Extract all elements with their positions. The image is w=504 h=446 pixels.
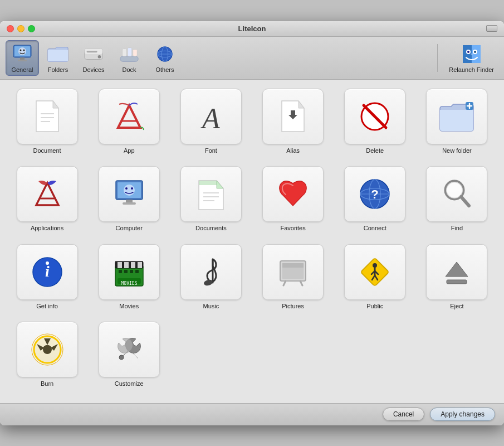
svg-rect-10 bbox=[87, 51, 97, 52]
icon-item-document[interactable]: Document bbox=[9, 89, 85, 161]
svg-rect-72 bbox=[135, 270, 139, 273]
titlebar: LiteIcon bbox=[0, 21, 504, 37]
svg-rect-69 bbox=[119, 270, 122, 273]
svg-rect-21 bbox=[463, 45, 472, 63]
icon-label-burn: Burn bbox=[41, 380, 53, 387]
icon-box-favorites[interactable] bbox=[262, 166, 324, 222]
maximize-button[interactable] bbox=[28, 25, 35, 32]
svg-point-6 bbox=[23, 49, 25, 51]
icon-box-app[interactable] bbox=[99, 89, 160, 144]
icon-label-document: Document bbox=[33, 147, 61, 154]
icon-box-connect[interactable]: ? bbox=[344, 166, 405, 222]
folders-label: Folders bbox=[48, 66, 68, 73]
general-label: General bbox=[11, 66, 33, 73]
close-button[interactable] bbox=[7, 25, 14, 32]
svg-rect-91 bbox=[447, 280, 467, 284]
svg-text:MOVIES: MOVIES bbox=[121, 281, 137, 286]
icon-box-movies[interactable]: MOVIES bbox=[99, 244, 160, 300]
svg-rect-66 bbox=[131, 261, 135, 268]
svg-point-28 bbox=[474, 51, 476, 53]
toolbar-item-devices[interactable]: Devices bbox=[77, 41, 110, 75]
icon-box-new-folder[interactable] bbox=[426, 89, 487, 144]
icon-label-computer: Computer bbox=[116, 225, 143, 231]
icon-box-get-info[interactable]: i bbox=[17, 244, 78, 300]
svg-rect-64 bbox=[118, 261, 122, 268]
icon-label-movies: Movies bbox=[119, 303, 139, 309]
svg-point-95 bbox=[33, 335, 62, 364]
icon-label-documents: Documents bbox=[195, 225, 227, 231]
icon-label-app: App bbox=[124, 147, 135, 154]
svg-rect-65 bbox=[124, 261, 129, 268]
icon-box-delete[interactable] bbox=[344, 89, 405, 144]
icon-box-music[interactable] bbox=[180, 244, 242, 300]
toolbar-item-dock[interactable]: Dock bbox=[112, 41, 146, 75]
icon-item-pictures[interactable]: Pictures bbox=[255, 244, 331, 317]
window-title: LiteIcon bbox=[238, 25, 266, 33]
icon-label-get-info: Get info bbox=[36, 303, 58, 309]
others-icon bbox=[154, 43, 176, 65]
svg-text:?: ? bbox=[371, 187, 379, 201]
svg-point-44 bbox=[131, 187, 133, 190]
window-resize-indicator bbox=[486, 25, 497, 32]
icon-box-applications[interactable] bbox=[17, 166, 78, 222]
icon-box-public[interactable] bbox=[344, 244, 405, 300]
icon-box-computer[interactable] bbox=[99, 166, 160, 222]
icon-item-favorites[interactable]: Favorites bbox=[255, 166, 331, 239]
icon-box-documents[interactable] bbox=[180, 166, 242, 222]
svg-point-76 bbox=[203, 279, 213, 287]
icon-label-music: Music bbox=[203, 303, 219, 309]
cancel-button[interactable]: Cancel bbox=[383, 408, 424, 421]
svg-text:i: i bbox=[45, 263, 50, 280]
icon-box-customize[interactable] bbox=[99, 322, 160, 377]
toolbar-item-others[interactable]: Others bbox=[148, 41, 182, 75]
icon-item-music[interactable]: Music bbox=[173, 244, 249, 317]
relaunch-finder-button[interactable]: Relaunch Finder bbox=[444, 41, 498, 75]
icon-item-customize[interactable]: Customize bbox=[91, 322, 167, 394]
icon-label-pictures: Pictures bbox=[282, 303, 304, 309]
icon-box-find[interactable] bbox=[426, 166, 487, 222]
icon-label-new-folder: New folder bbox=[442, 147, 472, 154]
svg-point-5 bbox=[20, 49, 22, 51]
main-window: LiteIcon Genera bbox=[0, 21, 504, 425]
svg-point-96 bbox=[119, 355, 124, 360]
general-icon bbox=[11, 43, 33, 65]
icon-box-document[interactable] bbox=[17, 89, 78, 144]
icon-item-movies[interactable]: MOVIES Movies bbox=[91, 244, 167, 317]
svg-rect-71 bbox=[130, 270, 133, 273]
devices-icon bbox=[82, 43, 105, 65]
icon-item-alias[interactable]: Alias bbox=[255, 89, 331, 161]
icon-item-applications[interactable]: Applications bbox=[9, 166, 85, 239]
icon-item-documents[interactable]: Documents bbox=[173, 166, 249, 239]
icon-item-new-folder[interactable]: New folder bbox=[419, 89, 495, 161]
icon-box-font[interactable]: A bbox=[180, 89, 242, 144]
svg-rect-11 bbox=[120, 56, 138, 61]
icon-box-alias[interactable] bbox=[262, 89, 324, 144]
folders-icon bbox=[47, 43, 69, 65]
icon-box-burn[interactable] bbox=[17, 322, 78, 377]
icon-item-eject[interactable]: Eject bbox=[419, 244, 495, 317]
icon-item-app[interactable]: App bbox=[91, 89, 167, 161]
icon-box-pictures[interactable] bbox=[262, 244, 324, 300]
dock-icon bbox=[118, 43, 140, 65]
icon-item-font[interactable]: A Font bbox=[173, 89, 249, 161]
svg-point-61 bbox=[46, 261, 49, 265]
icon-item-get-info[interactable]: i Get info bbox=[9, 244, 85, 317]
minimize-button[interactable] bbox=[17, 25, 25, 32]
toolbar-item-general[interactable]: General bbox=[6, 40, 39, 76]
icon-label-font: Font bbox=[205, 147, 217, 154]
icon-item-connect[interactable]: ? Connect bbox=[337, 166, 413, 239]
toolbar-item-folders[interactable]: Folders bbox=[41, 41, 75, 75]
icon-label-public: Public bbox=[366, 303, 383, 309]
apply-changes-button[interactable]: Apply changes bbox=[430, 408, 495, 421]
icon-item-public[interactable]: Public bbox=[337, 244, 413, 317]
svg-rect-46 bbox=[123, 202, 136, 205]
icon-item-burn[interactable]: Burn bbox=[9, 322, 85, 394]
icon-item-delete[interactable]: Delete bbox=[337, 89, 413, 161]
icon-box-eject[interactable] bbox=[426, 244, 487, 300]
svg-rect-3 bbox=[18, 60, 27, 61]
icon-item-computer[interactable]: Computer bbox=[91, 166, 167, 239]
svg-point-27 bbox=[467, 51, 469, 53]
icon-item-find[interactable]: Find bbox=[419, 166, 495, 239]
bottombar: Cancel Apply changes bbox=[0, 403, 504, 425]
svg-line-82 bbox=[300, 281, 302, 285]
